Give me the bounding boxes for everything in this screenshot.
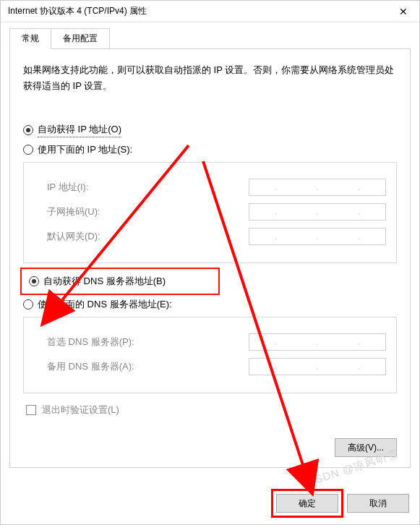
- field-gateway: 默认网关(D): ...: [47, 228, 386, 245]
- radio-manual-dns[interactable]: 使用下面的 DNS 服务器地址(E):: [23, 298, 397, 311]
- radio-icon: [23, 125, 33, 135]
- field-subnet: 子网掩码(U): ...: [47, 203, 386, 221]
- dialog-window: Internet 协议版本 4 (TCP/IPv4) 属性 ✕ 常规 备用配置 …: [0, 0, 420, 525]
- subnet-input[interactable]: ...: [249, 203, 386, 221]
- radio-manual-dns-label: 使用下面的 DNS 服务器地址(E):: [38, 298, 172, 311]
- radio-auto-dns-label: 自动获得 DNS 服务器地址(B): [43, 275, 166, 288]
- close-icon: ✕: [399, 6, 408, 17]
- subnet-label: 子网掩码(U):: [47, 205, 100, 218]
- advanced-button[interactable]: 高级(V)...: [335, 438, 397, 457]
- gateway-label: 默认网关(D):: [47, 230, 100, 243]
- tab-general[interactable]: 常规: [9, 28, 51, 49]
- ip-address-label: IP 地址(I):: [47, 181, 89, 194]
- tab-panel-general: 如果网络支持此功能，则可以获取自动指派的 IP 设置。否则，你需要从网络系统管理…: [9, 48, 411, 468]
- close-button[interactable]: ✕: [387, 1, 419, 22]
- dialog-buttons: 确定 取消: [276, 494, 409, 513]
- field-alternate-dns: 备用 DNS 服务器(A): ...: [47, 358, 386, 375]
- content-area: 常规 备用配置 如果网络支持此功能，则可以获取自动指派的 IP 设置。否则，你需…: [1, 22, 419, 524]
- radio-manual-ip[interactable]: 使用下面的 IP 地址(S):: [23, 143, 397, 156]
- radio-manual-ip-label: 使用下面的 IP 地址(S):: [38, 143, 132, 156]
- advanced-button-label: 高级(V)...: [348, 442, 384, 454]
- radio-icon: [29, 276, 39, 286]
- window-title: Internet 协议版本 4 (TCP/IPv4) 属性: [8, 5, 147, 17]
- tab-general-label: 常规: [22, 33, 39, 43]
- radio-icon: [23, 145, 33, 155]
- checkbox-icon: [26, 405, 36, 415]
- titlebar: Internet 协议版本 4 (TCP/IPv4) 属性 ✕: [1, 1, 419, 22]
- field-ip-address: IP 地址(I): ...: [47, 179, 386, 196]
- validate-on-exit-checkbox[interactable]: 退出时验证设置(L): [26, 404, 397, 417]
- alternate-dns-label: 备用 DNS 服务器(A):: [47, 360, 134, 373]
- validate-label: 退出时验证设置(L): [42, 404, 119, 417]
- field-preferred-dns: 首选 DNS 服务器(P): ...: [47, 333, 386, 351]
- tab-alternate-label: 备用配置: [63, 33, 98, 43]
- gateway-input[interactable]: ...: [249, 228, 386, 245]
- dns-fields-group: 首选 DNS 服务器(P): ... 备用 DNS 服务器(A): ...: [23, 317, 397, 393]
- ip-address-input[interactable]: ...: [249, 179, 386, 196]
- radio-auto-ip-label: 自动获得 IP 地址(O): [38, 123, 121, 137]
- radio-auto-dns[interactable]: 自动获得 DNS 服务器地址(B): [23, 270, 217, 292]
- radio-icon: [23, 299, 33, 310]
- preferred-dns-label: 首选 DNS 服务器(P):: [47, 336, 134, 349]
- tab-strip: 常规 备用配置: [9, 28, 411, 49]
- cancel-button[interactable]: 取消: [347, 494, 409, 513]
- alternate-dns-input[interactable]: ...: [249, 358, 386, 375]
- ok-button[interactable]: 确定: [276, 494, 338, 513]
- cancel-button-label: 取消: [369, 498, 387, 510]
- radio-auto-ip[interactable]: 自动获得 IP 地址(O): [23, 123, 397, 137]
- ip-fields-group: IP 地址(I): ... 子网掩码(U): ... 默认网关(D): ...: [23, 162, 397, 263]
- tab-alternate[interactable]: 备用配置: [51, 28, 110, 49]
- preferred-dns-input[interactable]: ...: [249, 333, 386, 351]
- description-text: 如果网络支持此功能，则可以获取自动指派的 IP 设置。否则，你需要从网络系统管理…: [23, 62, 397, 94]
- ok-button-label: 确定: [299, 498, 316, 510]
